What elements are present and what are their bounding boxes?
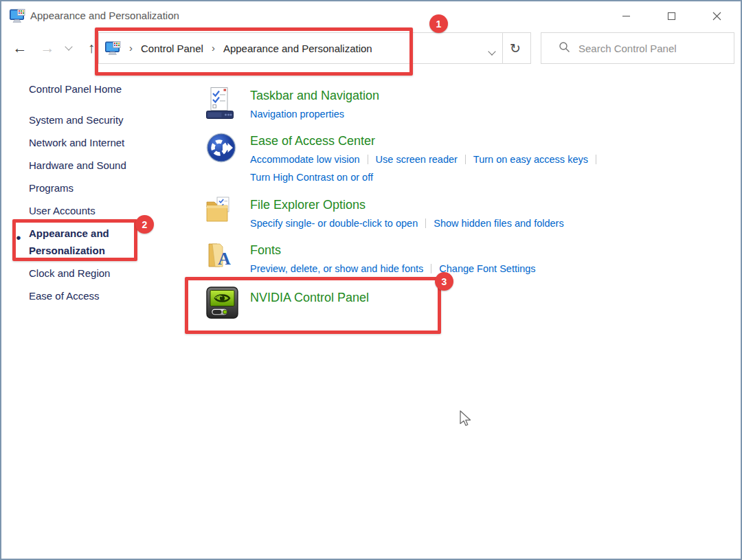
sidebar-item-label: Hardware and Sound xyxy=(29,159,126,171)
category-task-links: Preview, delete, or show and hide fontsC… xyxy=(250,260,676,278)
category-title[interactable]: Taskbar and Navigation xyxy=(250,87,676,104)
breadcrumb-chevron-icon[interactable]: › xyxy=(125,42,137,54)
forward-icon[interactable]: → xyxy=(37,37,58,59)
category-task-link[interactable]: Navigation properties xyxy=(250,105,344,123)
window-controls xyxy=(603,1,739,30)
link-separator xyxy=(465,155,466,164)
link-separator xyxy=(596,155,596,164)
sidebar-item-appearance-and-personalization[interactable]: ●Appearance and Personalization xyxy=(29,222,144,262)
search-icon xyxy=(559,41,570,56)
category-task-links: Accommodate low visionUse screen readerT… xyxy=(250,150,676,186)
link-separator xyxy=(431,264,431,273)
sidebar-item-control-panel-home[interactable]: Control Panel Home xyxy=(29,78,173,100)
category-text: FontsPreview, delete, or show and hide f… xyxy=(250,242,676,278)
screenshot-stage: Appearance and Personalization ← → ↑ xyxy=(0,0,742,560)
category-row: File Explorer OptionsSpecify single- or … xyxy=(203,197,676,232)
sidebar-item-programs[interactable]: Programs xyxy=(29,177,173,199)
sidebar-item-label: Appearance and Personalization xyxy=(29,225,144,259)
minimize-button[interactable] xyxy=(603,1,649,30)
category-task-links: Specify single- or double-click to openS… xyxy=(250,214,676,232)
breadcrumb-chevron-icon[interactable]: › xyxy=(207,42,219,54)
sidebar-item-label: User Accounts xyxy=(29,205,95,216)
sidebar-item-ease-of-access[interactable]: Ease of Access xyxy=(29,284,173,307)
category-task-link[interactable]: Change Font Settings xyxy=(439,260,535,278)
category-list: Taskbar and NavigationNavigation propert… xyxy=(203,84,684,345)
address-bar[interactable]: ›Control Panel›Appearance and Personaliz… xyxy=(98,32,531,64)
category-task-links: Navigation properties xyxy=(250,105,676,123)
taskbar-navigation-icon[interactable] xyxy=(203,87,250,123)
category-task-link[interactable]: Turn High Contrast on or off xyxy=(250,168,373,186)
category-title[interactable]: NVIDIA Control Panel xyxy=(250,289,369,306)
recent-pages-chevron-icon[interactable] xyxy=(62,37,76,59)
search-box xyxy=(541,32,734,64)
sidebar-item-clock-and-region[interactable]: Clock and Region xyxy=(29,262,173,284)
category-title[interactable]: Ease of Access Center xyxy=(250,133,676,149)
category-row: Ease of Access CenterAccommodate low vis… xyxy=(203,133,676,186)
refresh-icon[interactable]: ↻ xyxy=(505,38,526,58)
category-text: Ease of Access CenterAccommodate low vis… xyxy=(250,133,676,186)
category-task-link[interactable]: Preview, delete, or show and hide fonts xyxy=(250,260,423,278)
control-panel-icon xyxy=(10,9,26,24)
sidebar-category-list: System and SecurityNetwork and InternetH… xyxy=(29,109,173,307)
navigation-toolbar: ← → ↑ ›Control Panel›Appearance and Pers… xyxy=(1,32,741,74)
nvidia-icon[interactable] xyxy=(203,287,250,322)
file-explorer-options-icon[interactable] xyxy=(203,197,250,232)
link-separator xyxy=(368,155,368,164)
sidebar-item-user-accounts[interactable]: User Accounts xyxy=(29,199,173,222)
sidebar-item-system-and-security[interactable]: System and Security xyxy=(29,109,173,131)
category-title[interactable]: File Explorer Options xyxy=(250,197,676,213)
category-row: Taskbar and NavigationNavigation propert… xyxy=(203,87,676,123)
title-bar: Appearance and Personalization xyxy=(1,1,741,32)
sidebar: Control Panel Home System and SecurityNe… xyxy=(29,78,173,307)
breadcrumb-item[interactable]: Control Panel xyxy=(137,43,207,54)
category-row: A FontsPreview, delete, or show and hide… xyxy=(203,242,676,278)
active-item-bullet: ● xyxy=(16,229,21,246)
category-task-link[interactable]: Specify single- or double-click to open xyxy=(250,214,418,232)
address-bar-divider xyxy=(502,33,503,63)
sidebar-item-hardware-and-sound[interactable]: Hardware and Sound xyxy=(29,154,173,177)
svg-text:A: A xyxy=(218,249,231,269)
maximize-button[interactable] xyxy=(649,1,694,30)
sidebar-item-network-and-internet[interactable]: Network and Internet xyxy=(29,131,173,154)
category-text: Taskbar and NavigationNavigation propert… xyxy=(250,87,676,123)
link-separator xyxy=(425,219,426,228)
sidebar-item-label: Clock and Region xyxy=(29,267,110,279)
category-title[interactable]: Fonts xyxy=(250,242,676,258)
search-input[interactable] xyxy=(577,42,734,55)
sidebar-item-label: System and Security xyxy=(29,114,124,126)
category-text: NVIDIA Control Panel xyxy=(250,287,369,322)
category-task-link[interactable]: Show hidden files and folders xyxy=(434,214,563,232)
category-task-link[interactable]: Use screen reader xyxy=(376,150,458,168)
sidebar-item-label: Programs xyxy=(29,182,74,194)
category-task-link[interactable]: Accommodate low vision xyxy=(250,150,360,168)
mouse-cursor xyxy=(458,410,473,431)
ease-of-access-icon[interactable] xyxy=(203,133,250,186)
sidebar-item-label: Network and Internet xyxy=(29,137,124,148)
back-icon[interactable]: ← xyxy=(10,37,30,59)
chevron-down-icon[interactable] xyxy=(489,45,495,57)
sidebar-item-label: Ease of Access xyxy=(29,290,100,302)
category-task-link[interactable]: Turn on easy access keys xyxy=(473,150,588,168)
control-panel-icon xyxy=(105,41,122,56)
breadcrumb-item[interactable]: Appearance and Personalization xyxy=(219,43,376,54)
category-row: NVIDIA Control Panel xyxy=(203,287,369,322)
window-title: Appearance and Personalization xyxy=(30,10,179,21)
category-text: File Explorer OptionsSpecify single- or … xyxy=(250,197,676,232)
breadcrumb: ›Control Panel›Appearance and Personaliz… xyxy=(125,33,376,63)
fonts-icon[interactable]: A xyxy=(203,242,250,278)
control-panel-window: Appearance and Personalization ← → ↑ xyxy=(0,0,742,560)
close-button[interactable] xyxy=(694,1,739,30)
